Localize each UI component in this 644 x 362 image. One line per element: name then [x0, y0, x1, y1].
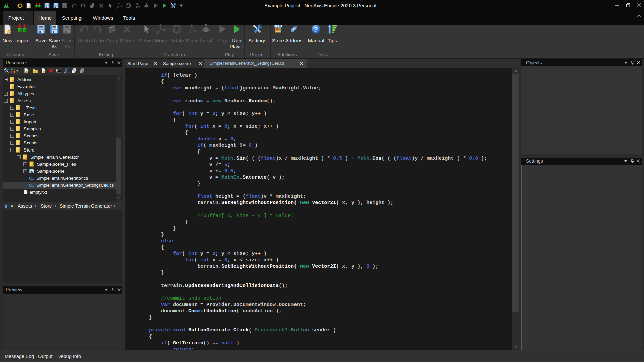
svg-text:?: ?	[314, 26, 318, 33]
